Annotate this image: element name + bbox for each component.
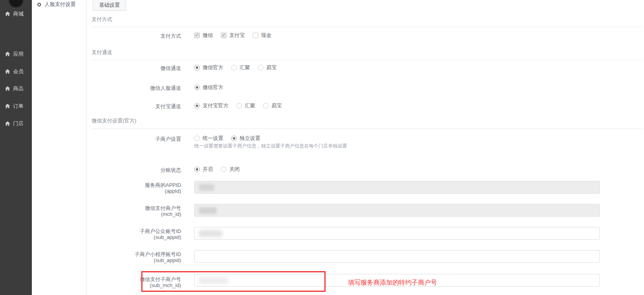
sidebar-item-mall[interactable]: 商城 <box>5 10 23 17</box>
wechat-face-channel-options: 微信官方 <box>194 84 223 91</box>
home-icon <box>5 11 10 17</box>
option-label: 支付宝 <box>229 32 245 39</box>
sidebar-item-label: 门店 <box>13 120 23 127</box>
option-label: 微信官方 <box>203 64 223 71</box>
label-line1: 子商户小程序账号ID <box>92 251 181 257</box>
section-title-pay-method: 支付方式 <box>92 16 112 23</box>
radio-icon <box>263 103 269 109</box>
sidebar-item-orders[interactable]: 订单 <box>5 103 23 110</box>
tab-basic-settings[interactable]: 基础设置 <box>93 0 126 11</box>
app-logo[interactable] <box>8 0 23 8</box>
checkbox-checked-icon <box>194 33 200 38</box>
sidebar-item-goods[interactable]: 商品 <box>5 85 23 92</box>
sub-merchant-help-text: 统一设置需要设置子商户信息，独立设置子商户信息在每个门店单独设置 <box>194 143 347 149</box>
primary-sidebar: 商城 应用 会员 商品 订单 门店 <box>0 0 32 295</box>
sidebar-item-stores[interactable]: 门店 <box>5 120 23 127</box>
radio-icon <box>194 136 200 141</box>
alipay-channel-options: 支付宝官方 汇聚 易宝 <box>194 102 282 109</box>
radio-selected-icon <box>194 65 200 70</box>
sidebar-item-apps[interactable]: 应用 <box>5 50 23 58</box>
checkbox-wechat[interactable]: 微信 <box>194 32 213 39</box>
radio-huiju[interactable]: 汇聚 <box>231 64 250 71</box>
radio-wechat-official[interactable]: 微信官方 <box>194 64 223 71</box>
divider <box>92 27 643 27</box>
redacted-value <box>199 184 214 191</box>
option-label: 独立设置 <box>240 135 260 142</box>
field-label-appid: 服务商的APPID (appId) <box>92 182 181 194</box>
home-icon <box>5 103 10 109</box>
divider <box>92 128 643 129</box>
checkbox-checked-icon <box>221 33 226 38</box>
option-label: 关闭 <box>229 166 240 173</box>
radio-split-on[interactable]: 开启 <box>194 166 213 173</box>
sub-appid-mp-input[interactable] <box>194 227 600 240</box>
checkbox-alipay[interactable]: 支付宝 <box>221 32 245 39</box>
sidebar-item-label: 商城 <box>13 10 23 17</box>
option-label: 现金 <box>261 32 271 39</box>
wechat-channel-options: 微信官方 汇聚 易宝 <box>194 64 277 71</box>
field-label-alipay-channel: 支付宝通道 <box>92 103 181 109</box>
home-icon <box>5 51 10 57</box>
checkbox-unchecked-icon <box>253 33 258 38</box>
redacted-value <box>199 277 228 284</box>
radio-unified-setting[interactable]: 统一设置 <box>194 135 223 142</box>
radio-yibao[interactable]: 易宝 <box>263 102 282 109</box>
option-label: 汇聚 <box>245 102 255 109</box>
mch-id-input[interactable] <box>194 204 600 217</box>
radio-huiju[interactable]: 汇聚 <box>236 102 255 109</box>
pay-method-options: 微信 支付宝 现金 <box>194 32 271 39</box>
radio-selected-icon <box>231 136 237 141</box>
annotation-text: 填写服务商添加的特约子商户号 <box>348 279 437 287</box>
field-label-wechat-face-channel: 微信人脸通道 <box>92 85 181 91</box>
radio-independent-setting[interactable]: 独立设置 <box>231 135 260 142</box>
checkbox-cash[interactable]: 现金 <box>253 32 271 39</box>
field-label-split-status: 分账状态 <box>92 167 181 173</box>
submenu-item-label: 人脸支付设置 <box>45 1 76 8</box>
circle-bullet-icon <box>37 3 41 6</box>
sidebar-item-label: 应用 <box>13 50 23 58</box>
section-title-wechat-pay-settings: 微信支付设置(官方) <box>92 117 137 124</box>
label-line2: (appId) <box>92 188 181 194</box>
sidebar-item-label: 订单 <box>13 103 23 110</box>
radio-icon <box>231 65 237 70</box>
sidebar-item-label: 会员 <box>13 68 23 75</box>
radio-icon <box>258 65 263 70</box>
radio-selected-icon <box>194 85 200 90</box>
option-label: 微信 <box>203 32 213 39</box>
home-icon <box>5 121 10 126</box>
redacted-value <box>199 207 217 214</box>
option-label: 开启 <box>203 166 213 173</box>
radio-split-off[interactable]: 关闭 <box>221 166 240 173</box>
radio-icon <box>221 167 226 172</box>
radio-alipay-official[interactable]: 支付宝官方 <box>194 102 228 109</box>
label-line1: 微信支付子商户号 <box>92 276 181 282</box>
home-icon <box>5 69 10 74</box>
sidebar-item-members[interactable]: 会员 <box>5 68 23 75</box>
label-line2: (sub_mch_id) <box>92 282 181 288</box>
field-label-sub-appid-mp: 子商户公众账号ID (sub_appid) <box>92 228 181 240</box>
option-label: 统一设置 <box>203 135 223 142</box>
split-status-options: 开启 关闭 <box>194 166 240 173</box>
label-line2: (sub_appid) <box>92 234 181 240</box>
divider <box>92 60 643 60</box>
option-label: 易宝 <box>266 64 277 71</box>
option-label: 汇聚 <box>240 64 250 71</box>
option-label: 支付宝官方 <box>203 102 228 109</box>
label-line2: (sub_appid) <box>92 257 181 263</box>
radio-selected-icon <box>194 103 200 109</box>
radio-yibao[interactable]: 易宝 <box>258 64 277 71</box>
field-label-sub-mch-id: 微信支付子商户号 (sub_mch_id) <box>92 276 181 288</box>
redacted-value <box>199 230 222 237</box>
field-label-mch-id: 微信支付商户号 (mch_id) <box>92 205 181 217</box>
field-label-pay-method: 支付方式 <box>92 33 181 39</box>
label-line1: 服务商的APPID <box>92 182 181 188</box>
sub-appid-mini-input[interactable] <box>194 250 600 263</box>
label-line1: 子商户公众账号ID <box>92 228 181 234</box>
radio-selected-icon <box>194 167 200 172</box>
label-line2: (mch_id) <box>92 211 181 217</box>
section-title-pay-channel: 支付通道 <box>92 49 112 56</box>
appid-input[interactable] <box>194 181 600 194</box>
submenu-item-face-pay-settings[interactable]: 人脸支付设置 <box>37 1 76 8</box>
home-icon <box>5 86 10 91</box>
radio-wechat-official[interactable]: 微信官方 <box>194 84 223 91</box>
